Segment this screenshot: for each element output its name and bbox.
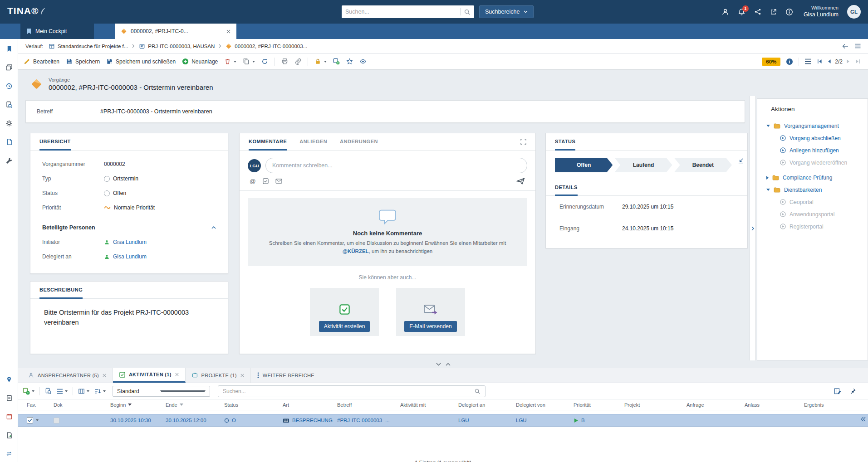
ende-link[interactable]: 30.10.2025 12:00 — [166, 418, 206, 423]
tab-anliegen[interactable]: ANLIEGEN — [299, 133, 327, 151]
lock-button[interactable] — [314, 58, 327, 65]
calendar-icon[interactable] — [4, 412, 14, 421]
subject-value[interactable]: #PRJ-ITC-0000003 - Ortstermin vereinbare… — [100, 108, 212, 115]
delete-button[interactable] — [224, 58, 236, 65]
map-pin-icon[interactable] — [4, 375, 14, 384]
tools-wrench-icon[interactable] — [4, 156, 14, 165]
print-button[interactable] — [281, 58, 288, 65]
task-checkbox-icon[interactable] — [263, 178, 269, 184]
initiator-link[interactable]: Gisa Lundlum — [113, 239, 147, 245]
first-page-icon[interactable] — [817, 58, 823, 64]
breadcrumb-item-project[interactable]: PRJ-ITC-0000003, HAUSAN — [139, 43, 215, 49]
info-icon[interactable] — [786, 58, 793, 65]
column-header[interactable]: Aktivität mit — [400, 402, 458, 408]
delegate-link[interactable]: Gisa Lundlum — [113, 253, 147, 260]
collapse-up-icon[interactable] — [446, 363, 451, 366]
close-icon[interactable] — [175, 373, 179, 376]
copy-button[interactable] — [243, 58, 255, 65]
column-header[interactable]: Ergebnis — [804, 402, 868, 408]
send-icon[interactable] — [516, 177, 525, 185]
table-view-button[interactable] — [78, 388, 89, 394]
tab-record[interactable]: 0000002, #PRJ-ITC-0... — [115, 24, 236, 39]
table-row-selected[interactable]: 30.10.2025 10:30 30.10.2025 12:00 O BESP… — [18, 414, 868, 427]
assign-button[interactable] — [333, 58, 340, 65]
column-header[interactable]: Anfrage — [687, 402, 745, 408]
beginn-link[interactable]: 30.10.2025 10:30 — [110, 418, 151, 423]
column-header-sorted[interactable]: Beginn — [110, 402, 166, 408]
assistant-icon[interactable] — [721, 8, 729, 16]
settings-gear-icon[interactable] — [4, 119, 14, 128]
sort-button[interactable] — [94, 388, 106, 394]
create-new-button[interactable]: Neuanlage — [182, 58, 218, 65]
action-anliegen-hinzufuegen[interactable]: Anliegen hinzufügen — [757, 144, 868, 156]
expand-icon[interactable] — [738, 158, 744, 164]
tab-status[interactable]: STATUS — [555, 133, 575, 151]
global-search-input[interactable] — [345, 9, 457, 15]
step-laufend[interactable]: Laufend — [614, 158, 672, 172]
search-icon[interactable] — [464, 9, 471, 15]
action-group-compliance[interactable]: Compliance-Prüfung — [757, 171, 868, 184]
close-icon[interactable] — [226, 29, 230, 34]
tab-kommentare[interactable]: KOMMENTARE — [249, 133, 287, 151]
document-search-icon[interactable] — [4, 100, 14, 109]
sync-icon[interactable] — [4, 449, 14, 458]
send-email-button[interactable]: E-Mail versenden — [404, 321, 456, 332]
breadcrumb-item-record[interactable]: 0000002, #PRJ-ITC-0000003... — [226, 43, 307, 49]
tab-details[interactable]: DETAILS — [555, 180, 578, 196]
create-activity-button[interactable]: Aktivität erstellen — [319, 321, 370, 332]
document-icon[interactable] — [4, 137, 14, 146]
history-icon[interactable] — [4, 82, 14, 91]
progress-badge[interactable]: 60% — [762, 58, 780, 66]
column-header[interactable]: Betreff — [337, 402, 400, 408]
pin-icon[interactable] — [849, 388, 856, 394]
export-document-icon[interactable] — [4, 431, 14, 440]
delegiert-an-value[interactable]: LGU — [458, 418, 469, 423]
search-icon[interactable] — [474, 388, 481, 394]
tab-aktivitaeten[interactable]: AKTIVITÄTEN (1) — [113, 368, 186, 383]
previous-page-icon[interactable] — [826, 58, 831, 64]
action-group-dienstbarkeiten[interactable]: Dienstbarkeiten — [757, 184, 868, 196]
collapse-down-icon[interactable] — [436, 363, 441, 366]
mention-at-icon[interactable]: @ — [250, 178, 256, 185]
tab-uebersicht[interactable]: ÜBERSICHT — [39, 133, 71, 151]
tab-ansprechpartner[interactable]: ANSPRECHPARTNER (5) — [22, 368, 113, 383]
tab-beschreibung[interactable]: BESCHREIBUNG — [39, 282, 83, 299]
fullscreen-icon[interactable] — [520, 133, 526, 150]
column-header[interactable]: Delegiert an — [458, 402, 516, 408]
share-icon[interactable] — [754, 8, 761, 15]
list-menu-icon[interactable] — [855, 44, 861, 49]
tab-projekte[interactable]: PROJEKTE (1) — [186, 368, 251, 383]
breadcrumb-item-search[interactable]: Standardsuche für Projekte f... — [49, 43, 128, 49]
comment-input[interactable] — [265, 158, 527, 173]
attachment-button[interactable] — [294, 58, 301, 65]
column-header[interactable]: Fav. — [27, 402, 54, 408]
edit-columns-icon[interactable] — [834, 388, 841, 395]
action-group-vorgangsmanagement[interactable]: Vorgangsmanagement — [757, 120, 868, 132]
tab-mein-cockpit[interactable]: Mein Cockpit — [20, 24, 94, 39]
tab-aenderungen[interactable]: ÄNDERUNGEN — [340, 133, 378, 151]
search-scope-button[interactable]: Suchbereiche — [479, 5, 534, 18]
refresh-button[interactable] — [261, 58, 268, 65]
watch-button[interactable] — [359, 58, 367, 65]
step-beendet[interactable]: Beendet — [674, 158, 732, 172]
art-link[interactable]: BESPRECHUNG — [292, 418, 333, 423]
close-icon[interactable] — [240, 374, 244, 377]
add-record-button[interactable] — [23, 388, 34, 395]
delegiert-von-value[interactable]: LGU — [516, 418, 527, 423]
user-avatar[interactable]: GL — [847, 5, 861, 19]
column-header[interactable]: Anlass — [745, 402, 804, 408]
betreff-link[interactable]: #PRJ-ITC-0000003 -... — [337, 418, 390, 423]
row-checkbox[interactable] — [27, 417, 33, 423]
column-header[interactable]: Art — [283, 402, 337, 408]
collapse-panel-icon[interactable] — [861, 417, 866, 422]
column-header[interactable]: Priorität — [574, 402, 624, 408]
dropdown-caret-icon[interactable] — [36, 419, 39, 421]
collapse-section-icon[interactable] — [211, 226, 216, 229]
column-header[interactable]: Status — [224, 402, 283, 408]
help-info-icon[interactable] — [785, 8, 793, 16]
column-header[interactable]: Delegiert von — [516, 402, 574, 408]
menu-icon[interactable] — [804, 58, 811, 64]
list-options-button[interactable] — [57, 389, 68, 394]
column-header[interactable]: Projekt — [624, 402, 687, 408]
favorite-button[interactable] — [346, 58, 353, 65]
